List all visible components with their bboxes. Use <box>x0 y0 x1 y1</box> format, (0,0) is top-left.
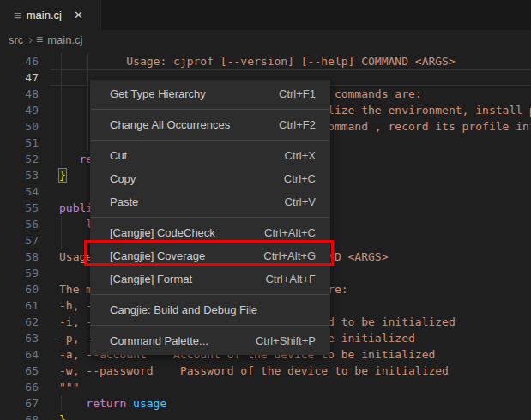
code-text[interactable]: """ <box>59 379 79 395</box>
menu-item-paste[interactable]: PasteCtrl+V <box>90 190 330 213</box>
menu-item-shortcut: Ctrl+C <box>284 172 316 185</box>
line-number[interactable]: 52 <box>0 151 39 167</box>
menu-item-cut[interactable]: CutCtrl+X <box>90 144 330 167</box>
menu-item-label: [Cangjie] Format <box>110 273 265 285</box>
line-number[interactable]: 48 <box>0 86 39 102</box>
menu-separator <box>91 325 329 326</box>
menu-item-shortcut: Ctrl+V <box>285 195 316 208</box>
menu-item-shortcut: Ctrl+F1 <box>279 87 316 100</box>
menu-separator <box>91 109 329 110</box>
line-number[interactable]: 59 <box>0 265 39 281</box>
menu-separator <box>91 140 329 141</box>
line-number[interactable]: 56 <box>0 216 39 232</box>
line-number[interactable]: 65 <box>0 363 39 379</box>
code-line-65[interactable]: 65-w, --password Password of the device … <box>0 363 531 379</box>
menu-item-change-all-occurrences[interactable]: Change All OccurrencesCtrl+F2 <box>90 113 330 136</box>
line-number[interactable]: 66 <box>0 379 39 395</box>
menu-item-cangjie-build-and-debug-file[interactable]: Cangjie: Build and Debug File <box>90 298 330 321</box>
code-line-46[interactable]: 46 Usage: cjprof [--version] [--help] CO… <box>0 53 531 69</box>
breadcrumb: src › ≡ main.cj <box>0 30 531 49</box>
tab-label: main.cj <box>27 9 62 21</box>
menu-item-cangjie-coverage[interactable]: [Cangjie] CoverageCtrl+Alt+G <box>90 244 330 267</box>
menu-item-get-type-hierarchy[interactable]: Get Type HierarchyCtrl+F1 <box>90 82 330 105</box>
tab-bar: ≡ main.cj ✕ <box>0 0 531 30</box>
menu-item-shortcut: Ctrl+F2 <box>279 118 316 131</box>
code-line-67[interactable]: 67 return usage <box>0 395 531 411</box>
menu-item-cangjie-format[interactable]: [Cangjie] FormatCtrl+Alt+F <box>90 267 330 291</box>
line-number[interactable]: 58 <box>0 249 39 265</box>
tab-main-cj[interactable]: ≡ main.cj ✕ <box>0 0 101 30</box>
line-number[interactable]: 54 <box>0 183 39 200</box>
context-menu: Get Type HierarchyCtrl+F1Change All Occu… <box>90 80 330 355</box>
menu-item-label: [Cangjie] Coverage <box>110 249 263 262</box>
menu-item-shortcut: Ctrl+Shift+P <box>256 334 316 347</box>
menu-item-command-palette[interactable]: Command Palette...Ctrl+Shift+P <box>90 329 330 352</box>
line-number[interactable]: 63 <box>0 330 39 346</box>
code-text[interactable]: } <box>59 411 66 420</box>
code-text[interactable]: Usage: cjprof [--version] [--help] COMMA… <box>59 53 456 69</box>
menu-item-cangjie-codecheck[interactable]: [Cangjie] CodeCheckCtrl+Alt+C <box>90 221 330 244</box>
code-text[interactable]: } <box>59 167 66 183</box>
breadcrumb-folder[interactable]: src <box>9 33 23 46</box>
menu-item-label: Get Type Hierarchy <box>110 87 279 100</box>
vscode-editor-window: ≡ main.cj ✕ src › ≡ main.cj 46 Usage: cj… <box>0 0 531 420</box>
close-tab-icon[interactable]: ✕ <box>74 9 83 21</box>
menu-item-label: Command Palette... <box>110 334 256 347</box>
line-number[interactable]: 53 <box>0 167 39 183</box>
line-number[interactable]: 47 <box>0 69 39 86</box>
menu-item-shortcut: Ctrl+Alt+F <box>265 273 316 285</box>
menu-item-label: Cangjie: Build and Debug File <box>110 303 316 316</box>
line-number[interactable]: 60 <box>0 281 39 297</box>
menu-item-label: Paste <box>110 195 285 208</box>
line-number[interactable]: 57 <box>0 232 39 249</box>
code-line-66[interactable]: 66""" <box>0 379 531 395</box>
line-number[interactable]: 68 <box>0 411 39 420</box>
menu-item-shortcut: Ctrl+Alt+G <box>263 249 316 262</box>
line-number[interactable]: 61 <box>0 297 39 314</box>
line-number[interactable]: 62 <box>0 314 39 330</box>
line-number[interactable]: 49 <box>0 102 39 118</box>
menu-separator <box>91 217 329 218</box>
file-icon: ≡ <box>14 9 21 21</box>
line-number[interactable]: 51 <box>0 135 39 151</box>
code-text[interactable]: return usage <box>59 395 166 411</box>
breadcrumb-file[interactable]: main.cj <box>47 33 82 46</box>
menu-separator <box>91 294 329 295</box>
menu-item-label: Copy <box>110 172 284 185</box>
menu-item-label: Cut <box>110 149 285 162</box>
code-line-68[interactable]: 68} <box>0 411 531 420</box>
line-number[interactable]: 46 <box>0 53 39 69</box>
line-number[interactable]: 67 <box>0 395 39 411</box>
menu-item-label: Change All Occurrences <box>110 118 279 131</box>
chevron-right-icon: › <box>28 33 33 46</box>
line-number[interactable]: 55 <box>0 200 39 216</box>
menu-item-label: [Cangjie] CodeCheck <box>110 226 264 239</box>
menu-item-copy[interactable]: CopyCtrl+C <box>90 167 330 190</box>
file-icon: ≡ <box>36 33 43 45</box>
menu-item-shortcut: Ctrl+X <box>285 149 316 162</box>
line-number[interactable]: 64 <box>0 346 39 363</box>
code-text[interactable]: -w, --password Password of the device to… <box>59 363 449 379</box>
menu-item-shortcut: Ctrl+Alt+C <box>264 226 316 239</box>
line-number[interactable]: 50 <box>0 118 39 135</box>
